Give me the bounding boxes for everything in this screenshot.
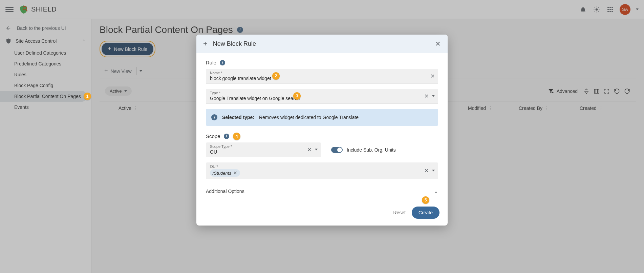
additional-options-toggle[interactable]: Additional Options ⌄ [206, 184, 438, 198]
info-icon[interactable]: i [224, 134, 229, 139]
type-field[interactable]: Type * ✕ 3 [206, 89, 438, 103]
name-label: Name * [210, 71, 434, 75]
name-input[interactable] [210, 76, 434, 81]
dialog-title: New Block Rule [213, 40, 256, 47]
scope-type-field[interactable]: Scope Type * ✕ [206, 142, 321, 157]
dropdown-caret-icon[interactable] [432, 170, 435, 172]
clear-icon[interactable]: ✕ [307, 147, 312, 153]
selected-type-desc: Removes widget dedicated to Google Trans… [259, 115, 359, 120]
name-field[interactable]: Name * ✕ 2 [206, 69, 438, 83]
clear-icon[interactable]: ✕ [424, 168, 429, 174]
include-sub-ou-label: Include Sub. Org. Units [347, 147, 396, 153]
close-icon[interactable]: ✕ [435, 40, 441, 48]
guide-marker-5: 5 [422, 196, 429, 204]
include-sub-ou-toggle-wrap: Include Sub. Org. Units [331, 147, 396, 153]
clear-icon[interactable]: ✕ [430, 73, 435, 79]
dialog-footer: Reset 5 Create [196, 202, 448, 226]
chip-remove-icon[interactable]: ✕ [233, 170, 237, 176]
include-sub-ou-toggle[interactable] [331, 147, 343, 153]
scope-type-label: Scope Type * [210, 144, 317, 149]
chevron-down-icon: ⌄ [434, 188, 438, 194]
guide-marker-2: 2 [272, 72, 280, 80]
guide-marker-4: 4 [233, 133, 240, 140]
ou-field[interactable]: OU * /Students ✕ ✕ [206, 162, 438, 179]
dropdown-caret-icon[interactable] [315, 149, 318, 151]
info-icon[interactable]: i [220, 60, 225, 65]
create-button[interactable]: Create [412, 207, 439, 219]
scope-type-input[interactable] [210, 149, 317, 155]
ou-chip[interactable]: /Students ✕ [210, 169, 240, 177]
selected-type-label: Selected type: [222, 115, 254, 120]
dropdown-caret-icon[interactable] [432, 95, 435, 97]
type-label: Type * [210, 91, 434, 95]
dialog-header: + New Block Rule ✕ [196, 35, 448, 53]
guide-marker-1: 1 [84, 93, 91, 100]
clear-icon[interactable]: ✕ [424, 93, 429, 99]
scope-section-label: Scope i 4 [206, 133, 438, 139]
ou-label: OU * [210, 164, 434, 169]
plus-icon: + [203, 39, 208, 48]
new-block-rule-dialog: + New Block Rule ✕ Rule i Name * ✕ 2 Typ… [196, 35, 448, 226]
rule-section-label: Rule i [206, 60, 438, 65]
guide-marker-3: 3 [293, 92, 301, 100]
info-icon: i [211, 114, 217, 120]
selected-type-info: i Selected type: Removes widget dedicate… [206, 109, 438, 126]
type-input[interactable] [210, 96, 434, 101]
reset-button[interactable]: Reset [393, 210, 406, 215]
modal-overlay[interactable]: + New Block Rule ✕ Rule i Name * ✕ 2 Typ… [0, 0, 644, 273]
